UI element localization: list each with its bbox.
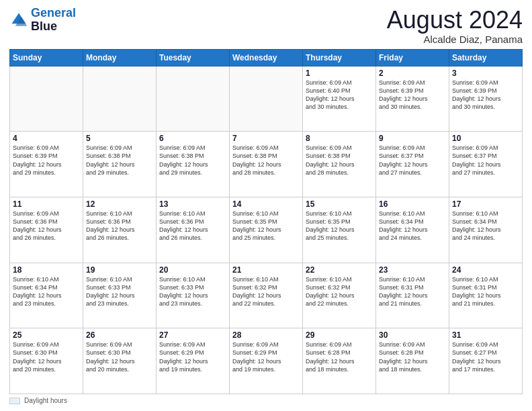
calendar-header-row: SundayMondayTuesdayWednesdayThursdayFrid… [10,49,523,66]
col-header-wednesday: Wednesday [230,49,303,66]
day-number: 30 [379,330,446,340]
calendar-cell: 22Sunrise: 6:10 AM Sunset: 6:32 PM Dayli… [303,263,376,328]
day-info: Sunrise: 6:10 AM Sunset: 6:34 PM Dayligh… [379,210,446,242]
day-info: Sunrise: 6:09 AM Sunset: 6:30 PM Dayligh… [86,340,153,373]
calendar-cell: 8Sunrise: 6:09 AM Sunset: 6:38 PM Daylig… [303,132,376,197]
day-info: Sunrise: 6:09 AM Sunset: 6:37 PM Dayligh… [452,144,519,177]
calendar-cell: 18Sunrise: 6:10 AM Sunset: 6:34 PM Dayli… [10,263,83,328]
day-number: 11 [13,199,80,209]
day-number: 15 [306,199,373,209]
calendar-cell: 27Sunrise: 6:09 AM Sunset: 6:29 PM Dayli… [157,328,230,394]
calendar-cell [157,66,230,132]
day-number: 31 [452,330,519,340]
day-info: Sunrise: 6:09 AM Sunset: 6:36 PM Dayligh… [13,210,80,242]
day-info: Sunrise: 6:09 AM Sunset: 6:30 PM Dayligh… [13,340,80,373]
day-number: 16 [379,199,446,209]
calendar-cell: 15Sunrise: 6:10 AM Sunset: 6:35 PM Dayli… [303,197,376,263]
calendar-cell: 19Sunrise: 6:10 AM Sunset: 6:33 PM Dayli… [83,263,157,328]
calendar-cell: 29Sunrise: 6:09 AM Sunset: 6:28 PM Dayli… [303,328,376,394]
day-info: Sunrise: 6:09 AM Sunset: 6:38 PM Dayligh… [159,144,226,177]
month-title: August 2024 [387,7,523,34]
legend-box [9,398,20,404]
calendar-cell: 5Sunrise: 6:09 AM Sunset: 6:38 PM Daylig… [83,132,157,197]
calendar-cell: 30Sunrise: 6:09 AM Sunset: 6:28 PM Dayli… [376,328,449,394]
calendar-cell: 11Sunrise: 6:09 AM Sunset: 6:36 PM Dayli… [10,197,83,263]
legend-label: Daylight hours [24,397,67,404]
day-number: 4 [13,134,80,143]
day-number: 25 [13,330,80,340]
day-number: 29 [306,330,373,340]
day-info: Sunrise: 6:10 AM Sunset: 6:31 PM Dayligh… [452,275,519,308]
day-info: Sunrise: 6:10 AM Sunset: 6:36 PM Dayligh… [86,210,153,242]
calendar-table: SundayMondayTuesdayWednesdayThursdayFrid… [9,49,523,394]
day-number: 23 [379,265,446,275]
calendar-cell: 1Sunrise: 6:09 AM Sunset: 6:40 PM Daylig… [303,66,376,132]
calendar-cell: 3Sunrise: 6:09 AM Sunset: 6:39 PM Daylig… [449,66,523,132]
day-info: Sunrise: 6:09 AM Sunset: 6:28 PM Dayligh… [306,340,373,373]
day-info: Sunrise: 6:09 AM Sunset: 6:29 PM Dayligh… [232,340,300,373]
day-info: Sunrise: 6:10 AM Sunset: 6:33 PM Dayligh… [159,275,226,308]
day-number: 26 [86,330,153,340]
calendar-cell: 26Sunrise: 6:09 AM Sunset: 6:30 PM Dayli… [83,328,157,394]
day-number: 13 [159,199,226,209]
calendar-cell: 13Sunrise: 6:10 AM Sunset: 6:36 PM Dayli… [157,197,230,263]
week-row-3: 18Sunrise: 6:10 AM Sunset: 6:34 PM Dayli… [10,263,523,328]
day-number: 5 [86,134,153,143]
calendar-cell: 4Sunrise: 6:09 AM Sunset: 6:39 PM Daylig… [10,132,83,197]
day-info: Sunrise: 6:09 AM Sunset: 6:29 PM Dayligh… [159,340,226,373]
day-info: Sunrise: 6:10 AM Sunset: 6:32 PM Dayligh… [232,275,300,308]
day-number: 1 [306,68,373,78]
logo-text: General Blue [31,7,76,34]
day-number: 17 [452,199,519,209]
day-info: Sunrise: 6:09 AM Sunset: 6:40 PM Dayligh… [306,79,373,111]
calendar-cell: 31Sunrise: 6:09 AM Sunset: 6:27 PM Dayli… [449,328,523,394]
calendar-cell: 6Sunrise: 6:09 AM Sunset: 6:38 PM Daylig… [157,132,230,197]
calendar-cell: 21Sunrise: 6:10 AM Sunset: 6:32 PM Dayli… [230,263,303,328]
day-number: 28 [232,330,300,340]
day-number: 9 [379,134,446,143]
calendar-cell: 20Sunrise: 6:10 AM Sunset: 6:33 PM Dayli… [157,263,230,328]
col-header-tuesday: Tuesday [157,49,230,66]
day-number: 12 [86,199,153,209]
col-header-sunday: Sunday [10,49,83,66]
page: General Blue August 2024 Alcalde Diaz, P… [0,0,532,411]
calendar-cell: 17Sunrise: 6:10 AM Sunset: 6:34 PM Dayli… [449,197,523,263]
day-info: Sunrise: 6:09 AM Sunset: 6:38 PM Dayligh… [306,144,373,177]
day-number: 6 [159,134,226,143]
week-row-1: 4Sunrise: 6:09 AM Sunset: 6:39 PM Daylig… [10,132,523,197]
calendar-cell: 10Sunrise: 6:09 AM Sunset: 6:37 PM Dayli… [449,132,523,197]
day-info: Sunrise: 6:10 AM Sunset: 6:32 PM Dayligh… [306,275,373,308]
calendar-cell [83,66,157,132]
title-block: August 2024 Alcalde Diaz, Panama [387,7,523,45]
day-info: Sunrise: 6:09 AM Sunset: 6:39 PM Dayligh… [452,79,519,111]
calendar-cell: 12Sunrise: 6:10 AM Sunset: 6:36 PM Dayli… [83,197,157,263]
day-info: Sunrise: 6:10 AM Sunset: 6:31 PM Dayligh… [379,275,446,308]
day-info: Sunrise: 6:09 AM Sunset: 6:28 PM Dayligh… [379,340,446,373]
calendar-cell [230,66,303,132]
day-info: Sunrise: 6:10 AM Sunset: 6:35 PM Dayligh… [306,210,373,242]
day-number: 19 [86,265,153,275]
day-number: 18 [13,265,80,275]
calendar-cell [10,66,83,132]
calendar-cell: 2Sunrise: 6:09 AM Sunset: 6:39 PM Daylig… [376,66,449,132]
day-number: 3 [452,68,519,78]
day-info: Sunrise: 6:09 AM Sunset: 6:39 PM Dayligh… [379,79,446,111]
day-number: 22 [306,265,373,275]
day-number: 7 [232,134,300,143]
day-number: 10 [452,134,519,143]
week-row-0: 1Sunrise: 6:09 AM Sunset: 6:40 PM Daylig… [10,66,523,132]
calendar-cell: 16Sunrise: 6:10 AM Sunset: 6:34 PM Dayli… [376,197,449,263]
footer: Daylight hours [9,397,523,404]
calendar-cell: 24Sunrise: 6:10 AM Sunset: 6:31 PM Dayli… [449,263,523,328]
day-info: Sunrise: 6:09 AM Sunset: 6:39 PM Dayligh… [13,144,80,177]
day-info: Sunrise: 6:09 AM Sunset: 6:38 PM Dayligh… [86,144,153,177]
day-number: 24 [452,265,519,275]
week-row-2: 11Sunrise: 6:09 AM Sunset: 6:36 PM Dayli… [10,197,523,263]
calendar-cell: 23Sunrise: 6:10 AM Sunset: 6:31 PM Dayli… [376,263,449,328]
week-row-4: 25Sunrise: 6:09 AM Sunset: 6:30 PM Dayli… [10,328,523,394]
day-info: Sunrise: 6:10 AM Sunset: 6:34 PM Dayligh… [13,275,80,308]
day-info: Sunrise: 6:10 AM Sunset: 6:33 PM Dayligh… [86,275,153,308]
day-info: Sunrise: 6:10 AM Sunset: 6:34 PM Dayligh… [452,210,519,242]
col-header-friday: Friday [376,49,449,66]
calendar-cell: 14Sunrise: 6:10 AM Sunset: 6:35 PM Dayli… [230,197,303,263]
